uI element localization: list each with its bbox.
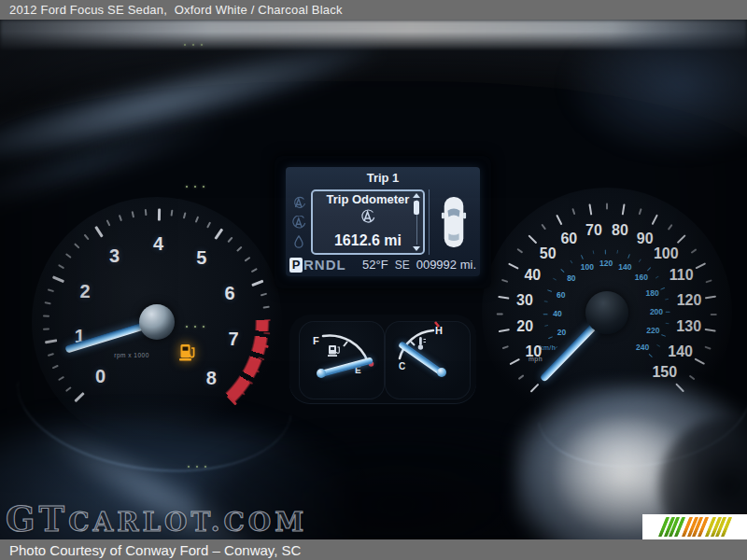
watermark-gt: GT bbox=[6, 498, 68, 539]
photo-vignette bbox=[0, 20, 747, 539]
photo-caption: Photo Courtesy of Conway Ford – Conway, … bbox=[9, 542, 301, 558]
watermark: GTcarlot.com bbox=[6, 498, 307, 539]
gtcarlot-logo bbox=[642, 514, 747, 539]
dashboard-photo: rpm x 1000 012345678 km/h mph 1020304050… bbox=[0, 20, 747, 539]
screenshot-root: 2012 Ford Focus SE Sedan, Oxford White /… bbox=[0, 0, 747, 560]
logo-bar-group bbox=[662, 517, 681, 537]
watermark-rest: carlot.com bbox=[68, 507, 307, 538]
page-title: 2012 Ford Focus SE Sedan, Oxford White /… bbox=[9, 3, 343, 17]
title-bar: 2012 Ford Focus SE Sedan, Oxford White /… bbox=[0, 0, 747, 20]
caption-bar: Photo Courtesy of Conway Ford – Conway, … bbox=[0, 539, 747, 560]
logo-bar-group bbox=[685, 517, 704, 537]
logo-bar-group bbox=[709, 517, 727, 537]
